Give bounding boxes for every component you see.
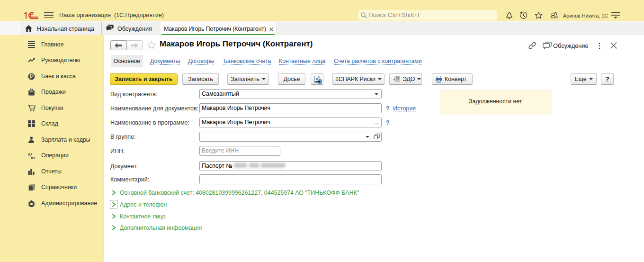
- svg-text:Кт: Кт: [31, 155, 36, 159]
